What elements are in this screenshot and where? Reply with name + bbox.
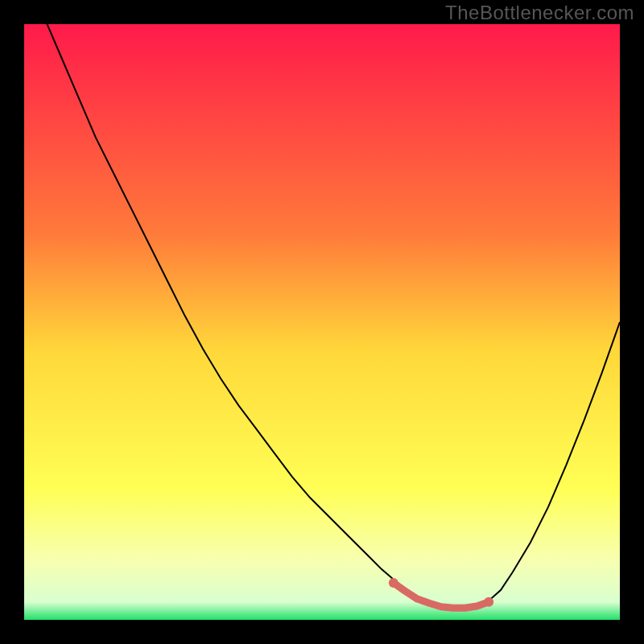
plot-area [24,24,620,620]
chart-container: TheBottlenecker.com [0,0,644,644]
highlight-dot [484,597,493,607]
gradient-background [24,24,620,620]
plot-svg [24,24,620,620]
watermark-text: TheBottlenecker.com [445,2,634,24]
highlight-dot [389,578,398,588]
